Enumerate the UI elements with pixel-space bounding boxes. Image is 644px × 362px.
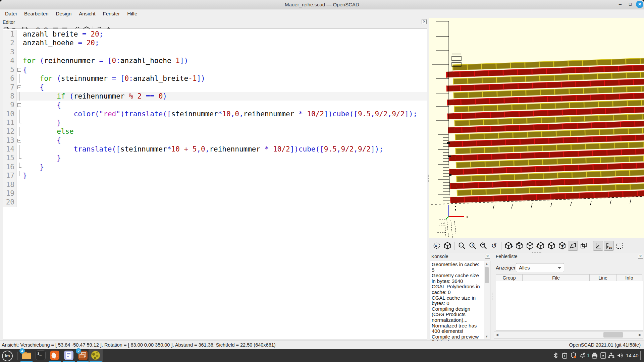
code-line-13[interactable]: 13− { bbox=[3, 136, 427, 145]
view-front-icon[interactable]: ▪ bbox=[546, 241, 556, 251]
konsole-close-button[interactable]: ✕ bbox=[485, 254, 490, 259]
code-editor[interactable]: 1anzahl_breite = 20;2anzahl_hoehe = 20;3… bbox=[3, 28, 427, 340]
removable-media-icon[interactable] bbox=[600, 352, 607, 359]
printer-icon[interactable] bbox=[591, 352, 598, 359]
shield-update-icon[interactable] bbox=[570, 352, 577, 359]
menu-hilfe[interactable]: Hilfe bbox=[123, 10, 141, 17]
taskbar-openscad-button[interactable] bbox=[89, 349, 103, 362]
mint-menu-button[interactable]: lm bbox=[2, 351, 13, 361]
bluetooth-icon[interactable] bbox=[552, 352, 559, 359]
view-right-icon[interactable]: ▸ bbox=[503, 241, 514, 251]
fold-marker[interactable]: − bbox=[16, 136, 23, 145]
3d-viewport[interactable]: x bbox=[429, 18, 644, 238]
code-lines: 1anzahl_breite = 20;2anzahl_hoehe = 20;3… bbox=[3, 30, 427, 207]
code-line-2[interactable]: 2anzahl_hoehe = 20; bbox=[3, 39, 427, 47]
menu-bearbeiten[interactable]: Bearbeiten bbox=[20, 10, 52, 17]
view-top-icon[interactable]: ▴ bbox=[514, 241, 524, 251]
code-line-12[interactable]: 12 else bbox=[3, 127, 427, 136]
scroll-left-icon[interactable]: ◀ bbox=[494, 331, 500, 338]
windows-badge: 2 bbox=[76, 348, 81, 354]
minimize-button[interactable]: – bbox=[616, 1, 624, 8]
fold-marker[interactable]: − bbox=[16, 101, 23, 109]
code-line-20[interactable]: 20 bbox=[3, 198, 427, 206]
code-line-15[interactable]: 15 } bbox=[3, 154, 427, 162]
menu-design[interactable]: Design bbox=[52, 10, 75, 17]
menu-fenster[interactable]: Fenster bbox=[99, 10, 124, 17]
clipboard-alert-icon[interactable]: ! bbox=[561, 352, 568, 359]
code-line-3[interactable]: 3 bbox=[3, 48, 427, 56]
error-table-hscrollbar[interactable]: ◀ ▶ bbox=[494, 331, 643, 339]
fold-marker[interactable]: − bbox=[16, 83, 23, 92]
code-line-6[interactable]: 6 for (steinnummer = [0:anzahl_breite-1]… bbox=[3, 74, 427, 83]
status-bar: Ansicht: Verschiebung = [ 53.84 -50.47 5… bbox=[0, 341, 644, 349]
error-table-header[interactable]: GroupFileLineInfo bbox=[496, 274, 642, 282]
notifications-bell-icon[interactable] bbox=[579, 352, 586, 359]
scroll-down-icon[interactable]: ▼ bbox=[484, 334, 489, 339]
filter-value: Alles bbox=[519, 265, 530, 270]
view-back-icon[interactable]: ◆ bbox=[557, 241, 567, 251]
view-bottom-icon[interactable]: ▾ bbox=[525, 241, 535, 251]
window-title: Mauer_reihe.scad — OpenSCAD bbox=[0, 2, 644, 7]
show-axes-icon[interactable] bbox=[593, 241, 603, 251]
taskbar-windows-button[interactable]: 2 bbox=[76, 349, 90, 362]
code-line-17[interactable]: 17} bbox=[3, 171, 427, 180]
code-line-18[interactable]: 18 bbox=[3, 180, 427, 189]
code-line-11[interactable]: 11 } bbox=[3, 118, 427, 127]
code-line-8[interactable]: 8 if (reihennummer % 2 == 0) bbox=[3, 92, 427, 101]
konsole-message: CGAL Polyhedrons in cache: 0 bbox=[432, 284, 483, 295]
code-line-19[interactable]: 19 bbox=[3, 189, 427, 198]
render-icon[interactable] bbox=[442, 241, 452, 251]
menu-ansicht[interactable]: Ansicht bbox=[75, 10, 99, 17]
editor-dock-close-button[interactable]: ✕ bbox=[422, 19, 427, 24]
perspective-icon[interactable] bbox=[568, 241, 578, 251]
show-desktop-button[interactable] bbox=[640, 351, 641, 360]
taskbar-files-button[interactable]: 4 bbox=[19, 349, 34, 362]
code-line-4[interactable]: 4for (reihennummer = [0:anzahl_hoehe-1]) bbox=[3, 56, 427, 65]
zoom-in-icon[interactable]: + bbox=[468, 241, 478, 251]
editor-viewport-splitter[interactable] bbox=[428, 174, 429, 183]
volume-icon[interactable] bbox=[616, 352, 624, 359]
taskbar-firefox-button[interactable] bbox=[48, 349, 62, 362]
preview-icon[interactable]: » bbox=[432, 241, 442, 251]
menu-datei[interactable]: Datei bbox=[1, 10, 20, 17]
konsole-fehler-splitter[interactable] bbox=[491, 292, 493, 301]
fold-marker[interactable]: − bbox=[16, 65, 23, 74]
maximize-button[interactable]: ◻ bbox=[627, 1, 634, 8]
code-line-10[interactable]: 10 color("red")translate([steinnummer*10… bbox=[3, 110, 427, 118]
code-line-5[interactable]: 5−{ bbox=[3, 65, 427, 74]
zoom-out-icon[interactable]: − bbox=[478, 241, 488, 251]
konsole-message: CGAL cache size in bytes: 0 bbox=[432, 295, 483, 306]
column-header-group[interactable]: Group bbox=[496, 274, 523, 282]
fehlerliste-close-button[interactable]: ✕ bbox=[638, 254, 643, 259]
x-axis-label: x bbox=[466, 215, 468, 219]
column-header-line[interactable]: Line bbox=[590, 274, 616, 282]
close-button[interactable]: ✕ bbox=[636, 1, 643, 8]
scroll-right-icon[interactable]: ▶ bbox=[637, 331, 643, 338]
scroll-up-icon[interactable]: ▲ bbox=[484, 261, 489, 266]
konsole-log[interactable]: Geometries in cache: 5Geometry cache siz… bbox=[430, 261, 490, 340]
editor-dock-title: Editor bbox=[3, 19, 15, 25]
konsole-dock: Konsole ✕ Geometries in cache: 5Geometry… bbox=[429, 254, 491, 341]
column-header-file[interactable]: File bbox=[523, 274, 590, 282]
taskbar-texteditor-button[interactable] bbox=[62, 349, 76, 362]
code-line-16[interactable]: 16 } bbox=[3, 163, 427, 171]
show-scale-markers-icon[interactable] bbox=[604, 241, 614, 251]
taskbar-terminal-button[interactable]: $_ bbox=[34, 349, 48, 362]
zoom-all-icon[interactable]: ⌐ bbox=[457, 241, 467, 251]
view-left-icon[interactable]: ◂ bbox=[536, 241, 546, 251]
clock[interactable]: 14:40 bbox=[626, 353, 639, 358]
viewport-console-splitter[interactable] bbox=[532, 252, 542, 253]
konsole-scrollbar[interactable]: ▲ ▼ bbox=[484, 261, 490, 339]
reset-view-icon[interactable]: ↺ bbox=[489, 241, 499, 251]
view-all-icon[interactable] bbox=[614, 241, 625, 251]
network-icon[interactable] bbox=[608, 352, 615, 359]
error-table-body[interactable] bbox=[496, 281, 643, 330]
filter-dropdown[interactable]: Alles bbox=[516, 263, 564, 272]
code-line-1[interactable]: 1anzahl_breite = 20; bbox=[3, 30, 427, 39]
orthographic-icon[interactable] bbox=[579, 241, 589, 251]
code-line-14[interactable]: 14 translate([steinnummer*10 + 5,0,reihe… bbox=[3, 145, 427, 154]
code-line-7[interactable]: 7− { bbox=[3, 83, 427, 92]
code-line-9[interactable]: 9− { bbox=[3, 101, 427, 109]
column-header-info[interactable]: Info bbox=[616, 274, 642, 282]
title-bar[interactable]: Mauer_reihe.scad — OpenSCAD – ◻ ✕ bbox=[0, 0, 644, 9]
